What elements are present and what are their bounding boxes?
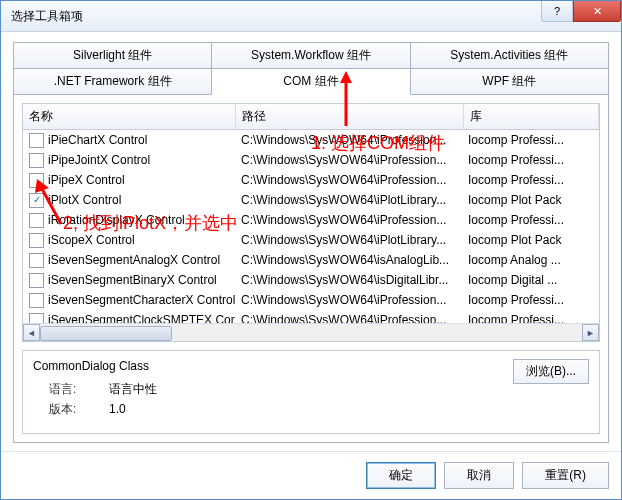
scroll-thumb[interactable] — [40, 326, 172, 341]
item-name: iSevenSegmentBinaryX Control — [48, 270, 217, 290]
item-lib: Iocomp Professi... — [462, 210, 599, 230]
item-path: C:\Windows\SysWOW64\iProfession... — [235, 130, 462, 150]
list-item[interactable]: iSevenSegmentBinaryX ControlC:\Windows\S… — [23, 270, 599, 290]
horizontal-scrollbar[interactable]: ◄ ► — [23, 323, 599, 341]
details-class-title: CommonDialog Class — [33, 359, 589, 373]
item-path: C:\Windows\SysWOW64\iProfession... — [235, 290, 462, 310]
label-language: 语言: — [49, 379, 109, 399]
item-lib: Iocomp Professi... — [462, 290, 599, 310]
item-path: C:\Windows\SysWOW64\iPlotLibrary... — [235, 190, 462, 210]
item-lib: Iocomp Plot Pack — [462, 190, 599, 210]
col-header-name[interactable]: 名称 — [23, 104, 236, 129]
list-header: 名称 路径 库 — [23, 104, 599, 130]
tab-.NET-Framework-组件[interactable]: .NET Framework 组件 — [13, 69, 212, 95]
list-item[interactable]: iSevenSegmentClockSMPTEX Cont...C:\Windo… — [23, 310, 599, 323]
list-item[interactable]: iSevenSegmentAnalogX ControlC:\Windows\S… — [23, 250, 599, 270]
item-path: C:\Windows\SysWOW64\iProfession... — [235, 150, 462, 170]
component-list: 名称 路径 库 iPieChartX ControlC:\Windows\Sys… — [22, 103, 600, 342]
ok-button[interactable]: 确定 — [366, 462, 436, 489]
item-lib: Iocomp Plot Pack — [462, 230, 599, 250]
checkbox[interactable] — [29, 293, 44, 308]
value-version: 1.0 — [109, 399, 126, 419]
item-lib: Iocomp Digital ... — [462, 270, 599, 290]
item-path: C:\Windows\SysWOW64\iProfession... — [235, 310, 462, 323]
item-name: iPlotX Control — [48, 190, 121, 210]
label-version: 版本: — [49, 399, 109, 419]
window-buttons: ? ✕ — [541, 1, 621, 22]
list-item[interactable]: iPipeJointX ControlC:\Windows\SysWOW64\i… — [23, 150, 599, 170]
item-path: C:\Windows\SysWOW64\isAnalogLib... — [235, 250, 462, 270]
list-body[interactable]: iPieChartX ControlC:\Windows\SysWOW64\iP… — [23, 130, 599, 323]
item-name: iRotationDisplayX Control — [48, 210, 185, 230]
cancel-button[interactable]: 取消 — [444, 462, 514, 489]
tab-COM-组件[interactable]: COM 组件 — [211, 69, 410, 95]
window-title: 选择工具箱项 — [11, 8, 83, 25]
list-item[interactable]: iRotationDisplayX ControlC:\Windows\SysW… — [23, 210, 599, 230]
list-item[interactable]: iPieChartX ControlC:\Windows\SysWOW64\iP… — [23, 130, 599, 150]
item-path: C:\Windows\SysWOW64\iProfession... — [235, 170, 462, 190]
checkbox[interactable] — [29, 193, 44, 208]
list-item[interactable]: iPlotX ControlC:\Windows\SysWOW64\iPlotL… — [23, 190, 599, 210]
scroll-left-arrow[interactable]: ◄ — [23, 324, 40, 341]
item-lib: Iocomp Analog ... — [462, 250, 599, 270]
item-name: iPipeX Control — [48, 170, 125, 190]
item-name: iSevenSegmentCharacterX Control — [48, 290, 235, 310]
item-path: C:\Windows\SysWOW64\isDigitalLibr... — [235, 270, 462, 290]
checkbox[interactable] — [29, 173, 44, 188]
scroll-right-arrow[interactable]: ► — [582, 324, 599, 341]
item-lib: Iocomp Professi... — [462, 310, 599, 323]
checkbox[interactable] — [29, 233, 44, 248]
item-path: C:\Windows\SysWOW64\iProfession... — [235, 210, 462, 230]
checkbox[interactable] — [29, 313, 44, 324]
titlebar: 选择工具箱项 ? ✕ — [1, 1, 621, 32]
item-lib: Iocomp Professi... — [462, 130, 599, 150]
item-name: iSevenSegmentAnalogX Control — [48, 250, 220, 270]
tab-System.Activities-组件[interactable]: System.Activities 组件 — [410, 42, 609, 69]
browse-button[interactable]: 浏览(B)... — [513, 359, 589, 384]
close-button[interactable]: ✕ — [573, 1, 621, 22]
details-group: CommonDialog Class 语言: 语言中性 版本: 1.0 浏览(B… — [22, 350, 600, 434]
value-language: 语言中性 — [109, 379, 157, 399]
tab-strip: Silverlight 组件System.Workflow 组件System.A… — [13, 42, 609, 95]
checkbox[interactable] — [29, 153, 44, 168]
reset-button[interactable]: 重置(R) — [522, 462, 609, 489]
col-header-lib[interactable]: 库 — [464, 104, 599, 129]
content-area: Silverlight 组件System.Workflow 组件System.A… — [1, 32, 621, 451]
tab-panel: 名称 路径 库 iPieChartX ControlC:\Windows\Sys… — [13, 95, 609, 443]
checkbox[interactable] — [29, 253, 44, 268]
col-header-path[interactable]: 路径 — [236, 104, 464, 129]
item-name: iPipeJointX Control — [48, 150, 150, 170]
tab-System.Workflow-组件[interactable]: System.Workflow 组件 — [211, 42, 410, 69]
checkbox[interactable] — [29, 213, 44, 228]
list-item[interactable]: iPipeX ControlC:\Windows\SysWOW64\iProfe… — [23, 170, 599, 190]
tab-Silverlight-组件[interactable]: Silverlight 组件 — [13, 42, 212, 69]
checkbox[interactable] — [29, 273, 44, 288]
checkbox[interactable] — [29, 133, 44, 148]
tab-WPF-组件[interactable]: WPF 组件 — [410, 69, 609, 95]
item-name: iPieChartX Control — [48, 130, 147, 150]
item-name: iScopeX Control — [48, 230, 135, 250]
list-item[interactable]: iSevenSegmentCharacterX ControlC:\Window… — [23, 290, 599, 310]
dialog-window: 选择工具箱项 ? ✕ Silverlight 组件System.Workflow… — [0, 0, 622, 500]
item-lib: Iocomp Professi... — [462, 170, 599, 190]
item-path: C:\Windows\SysWOW64\iPlotLibrary... — [235, 230, 462, 250]
help-button[interactable]: ? — [541, 1, 573, 22]
item-lib: Iocomp Professi... — [462, 150, 599, 170]
item-name: iSevenSegmentClockSMPTEX Cont... — [48, 310, 235, 323]
list-item[interactable]: iScopeX ControlC:\Windows\SysWOW64\iPlot… — [23, 230, 599, 250]
dialog-footer: 确定 取消 重置(R) — [1, 451, 621, 499]
